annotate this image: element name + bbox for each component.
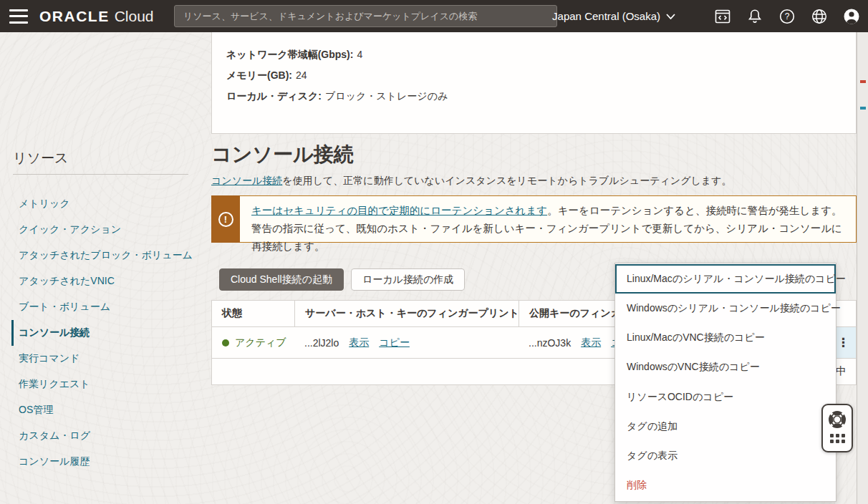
action-buttons: Cloud Shell接続の起動 ローカル接続の作成 — [219, 268, 465, 291]
profile-avatar-icon[interactable] — [842, 7, 861, 26]
public-key-fingerprint: ...nzOJ3k — [529, 337, 571, 349]
public-key-show-link[interactable]: 表示 — [581, 336, 601, 349]
chevron-down-icon — [666, 14, 675, 19]
detail-value: 24 — [296, 69, 307, 81]
sidebar-divider — [13, 174, 188, 175]
sidebar-item-run-command[interactable]: 実行コマンド — [11, 346, 204, 372]
status-active-dot — [222, 339, 229, 346]
kebab-menu-icon[interactable]: ⋮ — [837, 336, 849, 349]
globe-language-icon[interactable] — [810, 7, 829, 26]
menu-item-copy-vnc-linux-mac[interactable]: Linux/MacのVNC接続のコピー — [615, 324, 836, 353]
header-host-key-fingerprint: サーバー・ホスト・キーのフィンガープリント — [294, 301, 519, 326]
detail-label: ネットワーク帯域幅(Gbps): — [226, 49, 353, 60]
menu-item-view-tags[interactable]: タグの表示 — [615, 442, 836, 471]
oracle-cloud-logo[interactable]: ORACLE Cloud — [39, 8, 154, 25]
topbar: ORACLE Cloud Japan Central (Osaka) — [0, 0, 868, 32]
header-status: 状態 — [212, 301, 294, 326]
menu-item-copy-serial-windows[interactable]: Windowsのシリアル・コンソール接続のコピー — [615, 294, 836, 323]
warning-icon: ! — [218, 212, 233, 227]
detail-row-local-disk: ローカル・ディスク:ブロック・ストレージのみ — [226, 86, 842, 107]
row-context-menu: Linux/Macのシリアル・コンソール接続のコピー Windowsのシリアル・… — [614, 263, 836, 502]
sidebar-item-os-management[interactable]: OS管理 — [11, 397, 204, 423]
scrollbar-mark — [860, 107, 866, 110]
help-glyph: ? — [785, 11, 790, 21]
sidebar-item-console-connection[interactable]: コンソール接続 — [11, 320, 204, 346]
description-text: を使用して、正常に動作していないインスタンスをリモートからトラブルシューティング… — [282, 175, 731, 186]
detail-value: 4 — [357, 49, 362, 60]
menu-item-copy-vnc-windows[interactable]: WindowsのVNC接続のコピー — [615, 353, 836, 382]
create-local-connection-button[interactable]: ローカル接続の作成 — [351, 268, 465, 291]
detail-row-memory: メモリー(GB):24 — [226, 65, 842, 86]
detail-label: メモリー(GB): — [226, 69, 292, 81]
detail-value: ブロック・ストレージのみ — [325, 90, 448, 102]
key-rotation-link[interactable]: キーはセキュリティの目的で定期的にローテンションされます — [251, 205, 547, 216]
help-feedback-widget[interactable] — [821, 404, 853, 452]
scrollbar-mark — [860, 80, 866, 83]
brand-oracle-text: ORACLE — [39, 8, 110, 25]
warning-banner: ! キーはセキュリティの目的で定期的にローテンションされます。キーをローテンショ… — [211, 195, 857, 243]
status-cell: アクティブ — [212, 327, 294, 358]
console-connection-link[interactable]: コンソール接続 — [211, 175, 282, 186]
sidebar: リソース メトリック クイック・アクション アタッチされたブロック・ボリューム … — [0, 32, 211, 504]
warning-banner-strip: ! — [211, 195, 240, 243]
page-description: コンソール接続を使用して、正常に動作していないインスタンスをリモートからトラブル… — [211, 175, 731, 188]
sidebar-item-work-requests[interactable]: 作業リクエスト — [11, 372, 204, 397]
menu-item-add-tags[interactable]: タグの追加 — [615, 412, 836, 441]
life-ring-icon — [827, 410, 847, 430]
sidebar-item-metrics[interactable]: メトリック — [11, 191, 204, 217]
hamburger-menu-icon[interactable] — [9, 9, 28, 24]
drag-dots-icon — [830, 434, 845, 443]
footer-partial-text: 中 — [836, 364, 847, 378]
sidebar-item-quick-actions[interactable]: クイック・アクション — [11, 217, 204, 243]
sidebar-nav: メトリック クイック・アクション アタッチされたブロック・ボリューム アタッチさ… — [11, 191, 204, 475]
help-icon[interactable]: ? — [778, 7, 796, 26]
sidebar-item-boot-volume[interactable]: ブート・ボリューム — [11, 294, 204, 320]
status-text: アクティブ — [235, 336, 286, 349]
developer-tools-icon[interactable] — [713, 7, 732, 26]
page-title: コンソール接続 — [211, 141, 354, 168]
menu-item-copy-resource-ocid[interactable]: リソースOCIDのコピー — [615, 382, 836, 412]
host-key-fingerprint: ...2lJ2lo — [304, 337, 339, 349]
host-key-cell: ...2lJ2lo 表示 コピー — [294, 327, 519, 358]
menu-item-copy-serial-linux-mac[interactable]: Linux/Macのシリアル・コンソール接続のコピー — [615, 264, 836, 294]
host-key-show-link[interactable]: 表示 — [349, 336, 369, 349]
notifications-bell-icon[interactable] — [746, 7, 764, 26]
region-selector[interactable]: Japan Central (Osaka) — [552, 10, 675, 22]
sidebar-item-attached-block-volumes[interactable]: アタッチされたブロック・ボリューム — [11, 243, 204, 268]
detail-row-bandwidth: ネットワーク帯域幅(Gbps):4 — [226, 44, 842, 65]
host-key-copy-link[interactable]: コピー — [379, 336, 410, 349]
sidebar-heading: リソース — [13, 149, 68, 168]
topbar-right: Japan Central (Osaka) ? — [552, 0, 861, 32]
sidebar-item-console-history[interactable]: コンソール履歴 — [11, 449, 204, 475]
sidebar-item-attached-vnics[interactable]: アタッチされたVNIC — [11, 268, 204, 294]
menu-item-delete[interactable]: 削除 — [615, 471, 836, 500]
launch-cloud-shell-button[interactable]: Cloud Shell接続の起動 — [219, 268, 344, 291]
search-input[interactable] — [174, 5, 557, 27]
warning-banner-text: キーはセキュリティの目的で定期的にローテンションされます。キーをローテンションす… — [240, 195, 857, 243]
scrollbar-track[interactable] — [857, 32, 868, 504]
region-label: Japan Central (Osaka) — [552, 10, 660, 22]
sidebar-item-custom-logs[interactable]: カスタム・ログ — [11, 423, 204, 449]
brand-cloud-text: Cloud — [115, 8, 154, 25]
instance-details-card: ネットワーク帯域幅(Gbps):4 メモリー(GB):24 ローカル・ディスク:… — [211, 32, 857, 134]
detail-label: ローカル・ディスク: — [226, 90, 322, 102]
